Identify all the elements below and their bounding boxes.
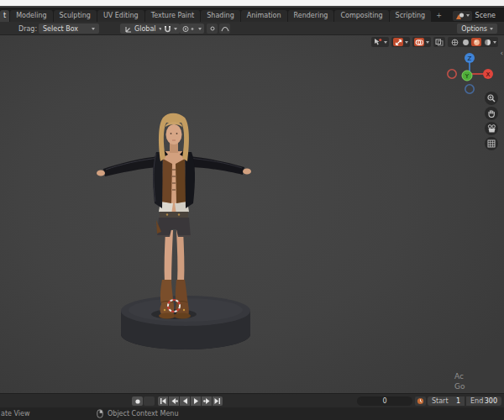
xray-icon [435, 39, 444, 46]
pan-hand-icon [487, 109, 496, 118]
topbar: t Modeling Sculpting UV Editing Texture … [0, 9, 504, 22]
select-mode-value: Select Box [43, 25, 78, 33]
dot-icon [209, 25, 216, 32]
visibility-icon [373, 38, 382, 46]
options-dropdown[interactable]: Options [457, 24, 497, 34]
transform-orientation-dropdown[interactable]: Global [120, 24, 166, 34]
chevron-down-icon [466, 14, 470, 17]
play-button[interactable] [191, 396, 201, 406]
tab-animation[interactable]: Animation [241, 10, 287, 22]
start-label: Start [432, 396, 449, 406]
scene-name: Scene [475, 12, 496, 19]
jump-end-icon [214, 398, 221, 404]
xray-toggle[interactable] [433, 37, 445, 47]
shading-rendered-button[interactable] [482, 38, 492, 46]
preview-range-button[interactable] [415, 396, 426, 406]
material-icon [473, 39, 480, 46]
select-mode-dropdown[interactable]: Select Box [39, 24, 99, 34]
axis-x-label: X [486, 71, 491, 78]
proportional-center-toggle[interactable] [207, 24, 218, 34]
clock-icon [417, 397, 424, 405]
clipped-text-fragment: Ac [454, 372, 464, 381]
tab-scripting[interactable]: Scripting [390, 10, 432, 22]
play-reverse-icon [182, 398, 188, 404]
pan-button[interactable] [485, 107, 498, 120]
frame-end-field[interactable]: End 300 [466, 396, 501, 406]
current-frame-field[interactable]: 0 [357, 396, 412, 406]
axis-z-label: Z [468, 55, 472, 62]
character-model[interactable] [97, 113, 251, 319]
auto-keying-button[interactable] [132, 396, 143, 406]
chevron-down-icon [493, 41, 496, 44]
camera-icon [487, 124, 496, 133]
jump-start-icon [160, 398, 166, 404]
timeline-bar: 0 Start 1 End 300 [0, 393, 504, 407]
chevron-down-icon [405, 41, 408, 44]
status-context-menu-hint: Object Context Menu [108, 410, 178, 417]
scene-render [0, 35, 504, 393]
falloff-curve-toggle[interactable] [219, 24, 230, 34]
prev-keyframe-button[interactable] [169, 396, 179, 406]
start-value: 1 [456, 396, 460, 406]
orientation-axes-icon [124, 25, 132, 33]
viewport-3d[interactable]: ‹ Z X Y [0, 35, 504, 393]
add-workspace-button[interactable]: + [432, 10, 446, 22]
tab-sculpting[interactable]: Sculpting [54, 10, 97, 22]
scene-dropdown[interactable] [453, 11, 472, 21]
jump-to-end-button[interactable] [213, 396, 223, 406]
status-bar: ate View Object Context Menu [0, 407, 504, 420]
next-keyframe-icon [203, 398, 211, 404]
solid-icon [462, 39, 470, 46]
tab-uv-editing[interactable]: UV Editing [97, 10, 144, 22]
chevron-down-icon [384, 41, 387, 44]
shading-wireframe-button[interactable] [449, 38, 459, 46]
shading-material-button[interactable] [471, 38, 481, 46]
keying-options-button[interactable] [144, 396, 155, 406]
clipped-text-fragment: Go [454, 382, 465, 391]
tab-layout[interactable]: t [0, 10, 9, 22]
object-visibility-dropdown[interactable] [371, 37, 389, 47]
chevron-down-icon [198, 28, 202, 30]
zoom-icon [487, 94, 496, 102]
window-top-strip [0, 0, 504, 8]
end-label: End [470, 396, 483, 406]
options-label: Options [461, 25, 487, 33]
chevron-down-icon [92, 28, 95, 30]
tab-texture-paint[interactable]: Texture Paint [145, 10, 201, 22]
prev-keyframe-icon [171, 398, 178, 404]
end-value: 300 [485, 396, 497, 406]
tab-shading[interactable]: Shading [201, 10, 240, 22]
tab-rendering[interactable]: Rendering [288, 10, 334, 22]
snapping-dropdown[interactable] [161, 24, 180, 34]
orientation-value: Global [134, 25, 156, 33]
axis-y-label: Y [465, 73, 470, 80]
overlays-icon [415, 39, 423, 46]
play-icon [193, 398, 199, 404]
next-keyframe-button[interactable] [202, 396, 212, 406]
record-icon [134, 398, 141, 405]
axis-z-neg-handle [465, 85, 474, 93]
jump-to-start-button[interactable] [158, 396, 168, 406]
zoom-button[interactable] [485, 92, 498, 105]
navigation-gizmo[interactable]: Z X Y [447, 47, 494, 99]
show-gizmos-toggle[interactable] [391, 37, 410, 47]
tab-compositing[interactable]: Compositing [334, 10, 388, 22]
mouse-icon [97, 409, 103, 418]
scene-icon [455, 12, 465, 20]
proportional-editing-dropdown[interactable] [180, 24, 204, 34]
ortho-toggle-button[interactable] [485, 137, 498, 150]
tool-settings-bar: Drag: Select Box Global [0, 22, 504, 35]
playback-controls [158, 396, 223, 406]
sidebar-collapse-arrow[interactable]: ‹ [500, 49, 503, 57]
show-overlays-toggle[interactable] [412, 37, 431, 47]
falloff-curve-icon [221, 25, 229, 32]
ortho-grid-icon [487, 139, 496, 148]
shading-mode-group [448, 37, 498, 47]
shading-solid-button[interactable] [460, 38, 470, 46]
play-reverse-button[interactable] [180, 396, 190, 406]
frame-start-field[interactable]: Start 1 [428, 396, 465, 406]
viewport-header-controls [371, 37, 498, 47]
tab-modeling[interactable]: Modeling [10, 10, 52, 22]
camera-view-button[interactable] [485, 122, 498, 135]
chevron-down-icon [174, 28, 177, 30]
